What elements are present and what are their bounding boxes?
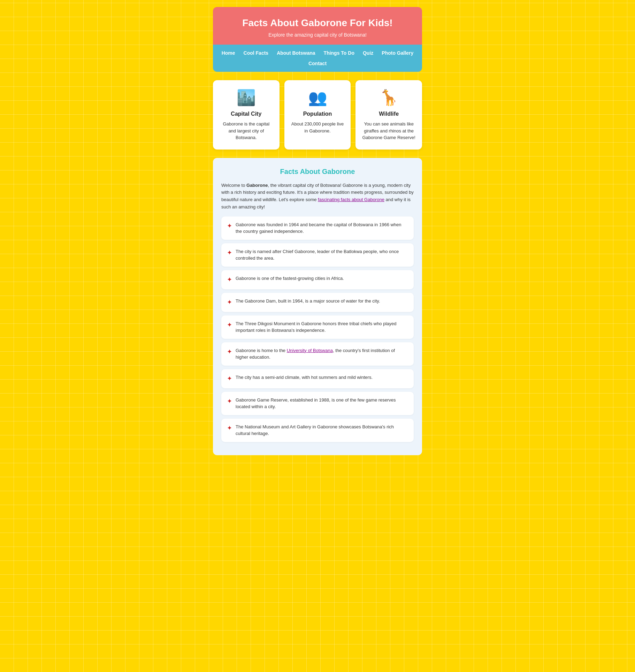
nav-things-to-do[interactable]: Things To Do bbox=[323, 49, 355, 57]
nav-cool-facts[interactable]: Cool Facts bbox=[243, 49, 269, 57]
facts-section-title: Facts About Gaborone bbox=[221, 168, 414, 176]
fact-item-4: ✦ The Gaborone Dam, built in 1964, is a … bbox=[221, 293, 414, 312]
fact-item-7: ✦ The city has a semi-arid climate, with… bbox=[221, 369, 414, 388]
card-capital-city: 🏙️ Capital City Gaborone is the capital … bbox=[213, 80, 280, 150]
card-population: 👥 Population About 230,000 people live i… bbox=[284, 80, 351, 150]
fact-bullet-5: ✦ bbox=[227, 320, 232, 330]
cards-row: 🏙️ Capital City Gaborone is the capital … bbox=[213, 80, 422, 150]
fact-bullet-1: ✦ bbox=[227, 221, 232, 231]
fact-text-7: The city has a semi-arid climate, with h… bbox=[236, 374, 373, 381]
card-wildlife-text: You can see animals like giraffes and rh… bbox=[361, 121, 416, 141]
fact-text-4: The Gaborone Dam, built in 1964, is a ma… bbox=[236, 298, 380, 305]
fact-bullet-9: ✦ bbox=[227, 423, 232, 433]
nav-home[interactable]: Home bbox=[221, 49, 236, 57]
fact-text-3: Gaborone is one of the fastest-growing c… bbox=[236, 275, 344, 282]
card-capital-city-title: Capital City bbox=[219, 111, 274, 117]
nav-photo-gallery[interactable]: Photo Gallery bbox=[381, 49, 414, 57]
fact-item-8: ✦ Gaborone Game Reserve, established in … bbox=[221, 392, 414, 415]
fact-text-6: Gaborone is home to the University of Bo… bbox=[236, 347, 408, 361]
fact-item-2: ✦ The city is named after Chief Gaborone… bbox=[221, 243, 414, 267]
university-link[interactable]: University of Botswana bbox=[287, 348, 333, 353]
fact-text-8: Gaborone Game Reserve, established in 19… bbox=[236, 397, 408, 410]
fact-item-1: ✦ Gaborone was founded in 1964 and becam… bbox=[221, 216, 414, 240]
fact-bullet-8: ✦ bbox=[227, 397, 232, 406]
fact-bullet-2: ✦ bbox=[227, 248, 232, 258]
header: Facts About Gaborone For Kids! Explore t… bbox=[213, 7, 422, 45]
gaborone-bold: Gaborone bbox=[246, 183, 268, 188]
fact-text-1: Gaborone was founded in 1964 and became … bbox=[236, 221, 408, 235]
facts-section: Facts About Gaborone Welcome to Gaborone… bbox=[213, 158, 422, 455]
nav-contact[interactable]: Contact bbox=[308, 59, 327, 68]
wildlife-icon: 🦒 bbox=[361, 89, 416, 107]
page-wrapper: Facts About Gaborone For Kids! Explore t… bbox=[213, 7, 422, 665]
navigation: Home Cool Facts About Botswana Things To… bbox=[213, 45, 422, 72]
fact-bullet-4: ✦ bbox=[227, 298, 232, 307]
fact-text-2: The city is named after Chief Gaborone, … bbox=[236, 248, 408, 262]
fact-bullet-7: ✦ bbox=[227, 374, 232, 383]
nav-quiz[interactable]: Quiz bbox=[362, 49, 374, 57]
population-icon: 👥 bbox=[290, 89, 345, 107]
fact-text-5: The Three Dikgosi Monument in Gaborone h… bbox=[236, 320, 408, 334]
page-title: Facts About Gaborone For Kids! bbox=[220, 17, 415, 29]
page-subtitle: Explore the amazing capital city of Bots… bbox=[220, 32, 415, 38]
fact-item-5: ✦ The Three Dikgosi Monument in Gaborone… bbox=[221, 315, 414, 339]
fact-item-3: ✦ Gaborone is one of the fastest-growing… bbox=[221, 270, 414, 289]
nav-about-botswana[interactable]: About Botswana bbox=[276, 49, 316, 57]
fact-text-9: The National Museum and Art Gallery in G… bbox=[236, 423, 408, 437]
card-wildlife: 🦒 Wildlife You can see animals like gira… bbox=[355, 80, 422, 150]
fact-item-6: ✦ Gaborone is home to the University of … bbox=[221, 342, 414, 366]
card-wildlife-title: Wildlife bbox=[361, 111, 416, 117]
facts-intro: Welcome to Gaborone, the vibrant capital… bbox=[221, 182, 414, 211]
fact-bullet-6: ✦ bbox=[227, 347, 232, 357]
card-capital-city-text: Gaborone is the capital and largest city… bbox=[219, 121, 274, 141]
card-population-text: About 230,000 people live in Gaborone. bbox=[290, 121, 345, 134]
capital-city-icon: 🏙️ bbox=[219, 89, 274, 107]
fact-bullet-3: ✦ bbox=[227, 275, 232, 284]
fact-item-9: ✦ The National Museum and Art Gallery in… bbox=[221, 419, 414, 442]
fascinating-facts-link[interactable]: fascinating facts about Gaborone bbox=[318, 197, 384, 202]
card-population-title: Population bbox=[290, 111, 345, 117]
